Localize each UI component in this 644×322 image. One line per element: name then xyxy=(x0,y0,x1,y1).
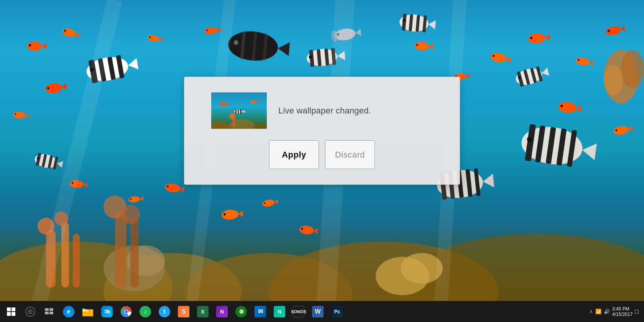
sonos-icon[interactable]: SONOS xyxy=(289,301,308,322)
wallpaper-thumbnail xyxy=(211,92,267,129)
dialog-box: Live wallpaper changed. Apply Discard xyxy=(184,77,460,185)
svg-marker-104 xyxy=(83,182,87,188)
svg-rect-173 xyxy=(82,310,88,312)
cortana-button[interactable] xyxy=(21,301,40,322)
dialog-content-row: Live wallpaper changed. xyxy=(204,92,440,129)
svg-marker-57 xyxy=(620,25,625,32)
xbox-icon[interactable]: ⊗ xyxy=(232,301,251,322)
svg-point-15 xyxy=(121,205,140,224)
svg-marker-121 xyxy=(56,160,63,168)
dialog-buttons: Apply Discard xyxy=(269,140,375,169)
svg-rect-151 xyxy=(238,109,239,114)
svg-marker-127 xyxy=(314,228,318,234)
svg-point-62 xyxy=(613,125,629,135)
svg-rect-150 xyxy=(235,109,237,114)
svg-point-160 xyxy=(229,113,235,119)
svg-point-68 xyxy=(204,27,217,35)
word-icon[interactable]: W xyxy=(308,301,327,322)
svg-marker-39 xyxy=(42,43,47,49)
taskview-button[interactable] xyxy=(40,301,59,322)
svg-point-147 xyxy=(220,102,226,106)
file-explorer-icon[interactable] xyxy=(78,301,97,322)
svg-rect-152 xyxy=(240,109,241,114)
taskbar: e 🛍 ♪ t S X N xyxy=(0,301,644,322)
svg-marker-174 xyxy=(82,309,88,310)
discard-button[interactable]: Discard xyxy=(325,140,375,169)
cortana-circle-icon xyxy=(25,307,35,317)
twitter-icon[interactable]: t xyxy=(155,301,174,322)
network-icon[interactable]: 📶 xyxy=(595,309,601,314)
svg-point-56 xyxy=(605,25,622,36)
svg-marker-85 xyxy=(541,67,549,77)
svg-point-144 xyxy=(621,50,644,88)
svg-marker-75 xyxy=(466,73,470,78)
svg-marker-93 xyxy=(581,141,597,160)
svg-point-71 xyxy=(414,41,429,51)
svg-marker-63 xyxy=(628,126,633,132)
spotify-icon[interactable]: ♪ xyxy=(136,301,155,322)
system-tray: ∧ 📶 🔊 3:45 PM4/15/2017 □ xyxy=(589,306,642,317)
svg-point-126 xyxy=(299,225,314,235)
svg-marker-51 xyxy=(545,34,550,41)
store-icon[interactable]: 🛍 xyxy=(97,301,117,322)
svg-marker-137 xyxy=(428,20,436,29)
svg-rect-168 xyxy=(49,308,53,311)
svg-marker-66 xyxy=(159,37,163,42)
svg-point-154 xyxy=(251,100,256,104)
svg-marker-72 xyxy=(429,43,433,50)
svg-marker-23 xyxy=(127,58,139,71)
svg-marker-60 xyxy=(576,105,582,113)
mail-icon[interactable]: ✉ xyxy=(251,301,270,322)
photoshop-icon[interactable]: Ps xyxy=(327,301,347,322)
taskview-icon xyxy=(45,308,54,315)
svg-rect-163 xyxy=(7,312,11,316)
svg-marker-78 xyxy=(506,56,511,63)
onenote-icon[interactable]: N xyxy=(212,301,232,322)
svg-point-145 xyxy=(604,65,623,96)
svg-rect-167 xyxy=(45,308,49,311)
svg-rect-161 xyxy=(7,307,11,311)
svg-point-166 xyxy=(30,311,31,312)
edge-icon[interactable]: e xyxy=(59,301,78,322)
svg-point-59 xyxy=(558,101,577,114)
nimbus-icon[interactable]: N xyxy=(270,301,289,322)
svg-point-177 xyxy=(124,310,128,314)
svg-rect-162 xyxy=(12,307,15,311)
svg-point-41 xyxy=(61,27,77,38)
dialog-message-text: Live wallpaper changed. xyxy=(278,106,371,116)
svg-rect-170 xyxy=(49,312,53,314)
svg-marker-48 xyxy=(25,113,29,118)
svg-point-47 xyxy=(13,111,25,119)
svg-marker-113 xyxy=(355,28,361,37)
notifications-icon[interactable]: □ xyxy=(635,308,639,315)
excel-icon[interactable]: X xyxy=(193,301,212,322)
svg-marker-54 xyxy=(589,60,594,66)
svg-marker-45 xyxy=(62,83,67,90)
svg-marker-42 xyxy=(75,32,80,38)
volume-icon[interactable]: 🔊 xyxy=(604,309,610,314)
svg-point-53 xyxy=(575,56,590,66)
tray-icons: ∧ xyxy=(589,309,593,314)
windows-logo-icon xyxy=(7,307,15,316)
start-button[interactable] xyxy=(2,301,21,322)
clock[interactable]: 3:45 PM4/15/2017 xyxy=(612,306,632,317)
svg-rect-7 xyxy=(73,234,80,288)
chrome-icon[interactable] xyxy=(117,301,136,322)
svg-rect-169 xyxy=(45,312,49,314)
svg-rect-164 xyxy=(12,312,15,316)
svg-marker-26 xyxy=(277,41,290,56)
svg-point-40 xyxy=(29,44,31,46)
svg-marker-110 xyxy=(180,186,184,192)
svg-point-65 xyxy=(147,34,159,42)
svg-point-77 xyxy=(490,52,507,64)
svg-marker-124 xyxy=(238,210,243,218)
svg-point-109 xyxy=(164,182,181,193)
svg-marker-130 xyxy=(274,199,278,204)
apply-button[interactable]: Apply xyxy=(269,140,319,169)
svg-marker-107 xyxy=(140,196,143,201)
s-app-icon[interactable]: S xyxy=(174,301,193,322)
svg-marker-101 xyxy=(482,174,495,189)
dialog-container: Live wallpaper changed. Apply Discard xyxy=(184,77,460,185)
svg-rect-14 xyxy=(130,219,139,288)
